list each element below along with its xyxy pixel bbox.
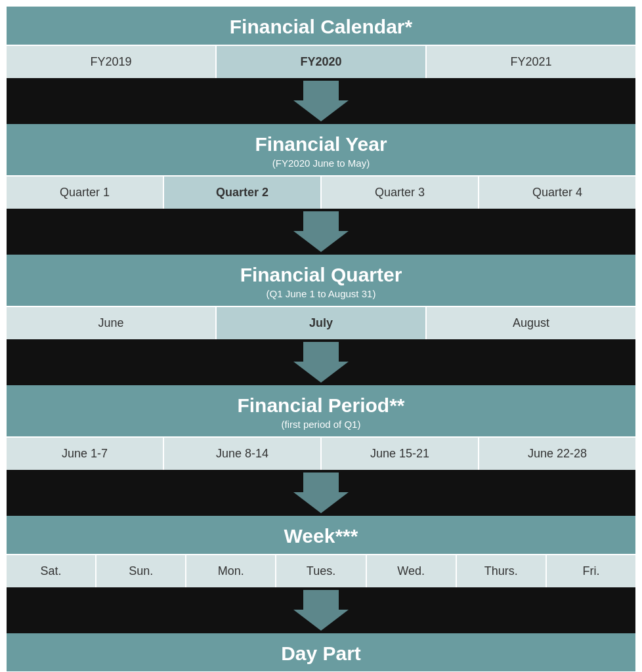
arrow-shaft-5 bbox=[303, 590, 339, 610]
cell-august: August bbox=[427, 306, 635, 339]
cell-june-22-28: June 22-28 bbox=[479, 436, 635, 470]
financial-quarter-header: Financial Quarter (Q1 June 1 to August 3… bbox=[7, 255, 635, 306]
financial-year-cells: Quarter 1 Quarter 2 Quarter 3 Quarter 4 bbox=[7, 175, 635, 209]
arrow-head-4 bbox=[293, 492, 349, 513]
cell-fy2019: FY2019 bbox=[7, 45, 217, 78]
cell-june-8-14: June 8-14 bbox=[164, 436, 322, 470]
financial-period-sub: (first period of Q1) bbox=[13, 419, 629, 430]
arrow-5 bbox=[7, 587, 635, 633]
arrow-down-5 bbox=[293, 590, 349, 631]
financial-calendar-cells: FY2019 FY2020 FY2021 bbox=[7, 45, 635, 78]
arrow-down-3 bbox=[293, 342, 349, 383]
cell-q3: Quarter 3 bbox=[322, 175, 479, 209]
financial-year-header: Financial Year (FY2020 June to May) bbox=[7, 124, 635, 175]
arrow-shaft-4 bbox=[303, 472, 339, 492]
cell-june: June bbox=[7, 306, 217, 339]
cell-mon: Mon. bbox=[186, 554, 276, 587]
week-header: Week*** bbox=[7, 516, 635, 554]
financial-period-title: Financial Period** bbox=[13, 394, 629, 417]
cell-tues: Tues. bbox=[276, 554, 366, 587]
cell-q2: Quarter 2 bbox=[164, 175, 322, 209]
financial-quarter-cells: June July August bbox=[7, 306, 635, 339]
arrow-down-1 bbox=[293, 81, 349, 121]
financial-quarter-title: Financial Quarter bbox=[13, 264, 629, 286]
arrow-down-4 bbox=[293, 472, 349, 513]
financial-calendar-header: Financial Calendar* bbox=[7, 7, 635, 45]
cell-sun: Sun. bbox=[96, 554, 186, 587]
cell-fy2020: FY2020 bbox=[217, 45, 427, 78]
arrow-shaft-2 bbox=[303, 211, 339, 231]
cell-thurs: Thurs. bbox=[457, 554, 547, 587]
cell-q4: Quarter 4 bbox=[479, 175, 635, 209]
financial-calendar-diagram: Financial Calendar* FY2019 FY2020 FY2021… bbox=[7, 7, 635, 672]
cell-july: July bbox=[217, 306, 427, 339]
arrow-shaft-1 bbox=[303, 81, 339, 100]
cell-fri: Fri. bbox=[547, 554, 635, 587]
financial-period-header: Financial Period** (first period of Q1) bbox=[7, 385, 635, 436]
cell-wed: Wed. bbox=[367, 554, 457, 587]
cell-june-15-21: June 15-21 bbox=[322, 436, 479, 470]
arrow-head-3 bbox=[293, 362, 349, 383]
arrow-shaft-3 bbox=[303, 342, 339, 362]
cell-q1: Quarter 1 bbox=[7, 175, 164, 209]
arrow-3 bbox=[7, 339, 635, 385]
arrow-4 bbox=[7, 470, 635, 516]
week-cells: Sat. Sun. Mon. Tues. Wed. Thurs. Fri. bbox=[7, 554, 635, 587]
week-title: Week*** bbox=[13, 525, 629, 547]
day-part-header: Day Part bbox=[7, 633, 635, 671]
financial-calendar-title: Financial Calendar* bbox=[13, 16, 629, 38]
financial-year-title: Financial Year bbox=[13, 133, 629, 156]
arrow-head-1 bbox=[293, 100, 349, 121]
arrow-down-2 bbox=[293, 211, 349, 252]
arrow-head-2 bbox=[293, 231, 349, 252]
cell-sat: Sat. bbox=[7, 554, 96, 587]
cell-june-1-7: June 1-7 bbox=[7, 436, 164, 470]
cell-fy2021: FY2021 bbox=[427, 45, 635, 78]
financial-period-cells: June 1-7 June 8-14 June 15-21 June 22-28 bbox=[7, 436, 635, 470]
financial-quarter-sub: (Q1 June 1 to August 31) bbox=[13, 288, 629, 299]
financial-year-sub: (FY2020 June to May) bbox=[13, 158, 629, 169]
day-part-title: Day Part bbox=[13, 642, 629, 665]
arrow-head-5 bbox=[293, 610, 349, 631]
arrow-1 bbox=[7, 78, 635, 124]
arrow-2 bbox=[7, 209, 635, 255]
